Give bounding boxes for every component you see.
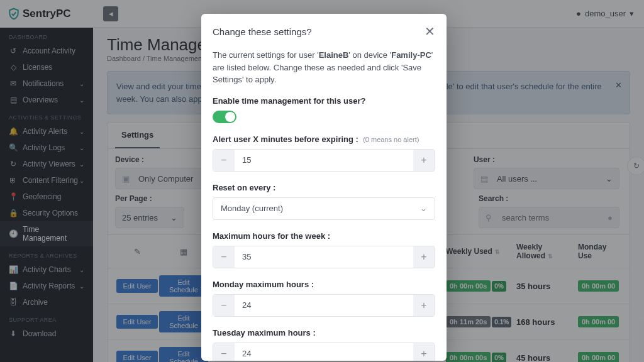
max-week-stepper: − 35 + [213, 246, 435, 268]
modal-title: Change these settings? [213, 26, 312, 37]
alert-increment[interactable]: + [413, 150, 435, 171]
modal-intro: The current settings for user 'ElaineB' … [213, 49, 435, 86]
monday-label: Monday maximum hours : [213, 280, 435, 289]
modal-close-button[interactable]: ✕ [425, 24, 435, 39]
monday-value[interactable]: 24 [235, 295, 413, 316]
max-week-label: Maximum hours for the week : [213, 231, 435, 241]
reset-label: Reset on every : [213, 183, 435, 192]
max-week-value[interactable]: 35 [235, 246, 413, 268]
tuesday-stepper: − 24 + [213, 343, 435, 361]
tuesday-decrement[interactable]: − [213, 343, 235, 361]
monday-stepper: − 24 + [213, 294, 435, 317]
tuesday-value[interactable]: 24 [235, 343, 413, 361]
max-week-decrement[interactable]: − [213, 246, 235, 268]
alert-stepper: − 15 + [213, 149, 435, 172]
settings-modal: Change these settings? ✕ The current set… [201, 14, 447, 361]
tuesday-increment[interactable]: + [413, 343, 435, 361]
close-icon: ✕ [425, 25, 435, 38]
tuesday-label: Tuesday maximum hours : [213, 328, 435, 337]
enable-toggle[interactable] [213, 111, 236, 123]
alert-decrement[interactable]: − [213, 150, 235, 171]
reset-select[interactable]: Monday (current) [213, 197, 435, 220]
enable-label: Enable time management for this user? [213, 96, 435, 106]
monday-decrement[interactable]: − [213, 295, 235, 316]
monday-increment[interactable]: + [413, 295, 435, 316]
alert-label: Alert user X minutes before expiring : (… [213, 134, 435, 144]
max-week-increment[interactable]: + [413, 246, 435, 268]
alert-value[interactable]: 15 [235, 150, 413, 171]
